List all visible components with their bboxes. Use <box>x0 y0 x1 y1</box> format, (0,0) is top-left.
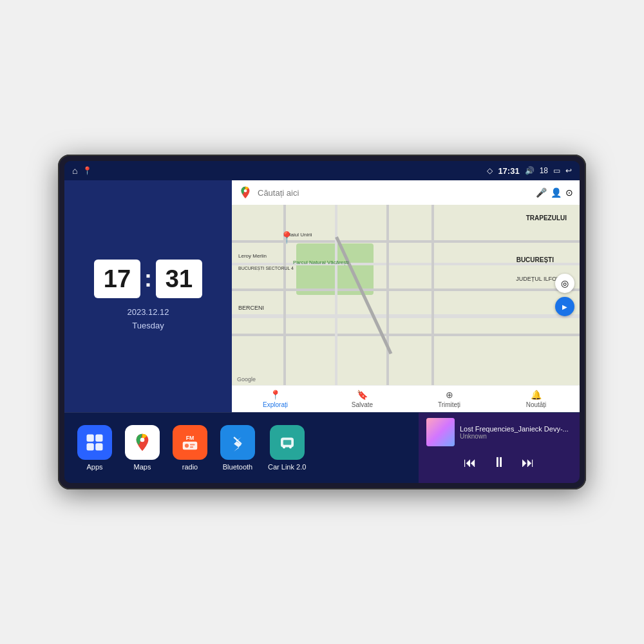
map-tab-news[interactable]: 🔔 Noutăți <box>493 390 580 408</box>
map-background: TRAPEZULUI BUCUREȘTI JUDEȚUL ILFOV BERCE… <box>232 205 580 385</box>
clock-date: 2023.12.12 Tuesday <box>127 306 169 333</box>
bluetooth-label: Bluetooth <box>223 463 252 471</box>
apps-icon-box <box>77 425 112 460</box>
status-left: ⌂ 📍 <box>72 166 92 176</box>
back-icon[interactable]: ↩ <box>565 166 572 175</box>
music-info: Lost Frequencies_Janieck Devy-... Unknow… <box>460 425 572 440</box>
location-icon: ◇ <box>487 166 493 175</box>
volume-level: 18 <box>540 166 548 175</box>
svg-point-0 <box>244 189 247 193</box>
album-art-gradient <box>426 418 455 446</box>
svg-text:FM: FM <box>186 435 194 441</box>
map-search-bar: 🎤 👤 ⊙ <box>232 180 580 205</box>
map-label-trapezului: TRAPEZULUI <box>526 214 567 222</box>
road-v2 <box>335 205 337 385</box>
music-artist: Unknown <box>460 433 572 440</box>
location-btn[interactable]: ◎ <box>555 274 574 293</box>
account-icon[interactable]: 👤 <box>551 187 562 198</box>
map-controls: ◎ ▶ <box>555 274 574 316</box>
app-bluetooth[interactable]: Bluetooth <box>220 425 255 471</box>
svg-rect-8 <box>190 444 195 446</box>
main-content: 17 : 31 2023.12.12 Tuesday <box>64 180 580 483</box>
carlink-icon-box <box>270 425 305 460</box>
svg-rect-2 <box>95 435 102 442</box>
tab-share-label: Trimiteți <box>438 401 460 408</box>
maps-status-icon[interactable]: 📍 <box>82 166 92 175</box>
device-frame: ⌂ 📍 ◇ 17:31 🔊 18 ▭ ↩ 17 : <box>58 155 586 489</box>
status-time: 17:31 <box>498 166 519 176</box>
status-right: ◇ 17:31 🔊 18 ▭ ↩ <box>487 166 572 176</box>
svg-rect-3 <box>87 443 94 450</box>
bluetooth-app-icon <box>229 433 247 451</box>
svg-point-5 <box>140 438 145 442</box>
clock-display: 17 : 31 <box>94 260 202 298</box>
svg-point-14 <box>289 446 292 449</box>
saved-icon: 🔖 <box>357 390 368 400</box>
clock-panel: 17 : 31 2023.12.12 Tuesday <box>64 180 232 412</box>
maps-icon-box <box>125 425 160 460</box>
road-v3 <box>386 205 389 385</box>
prev-button[interactable]: ⏮ <box>464 455 477 470</box>
svg-point-13 <box>283 446 285 449</box>
share-icon: ⊕ <box>446 390 453 400</box>
maps-label: Maps <box>134 463 151 471</box>
map-label-leroy: Leroy Merlin <box>238 253 267 259</box>
layers-icon[interactable]: ⊙ <box>565 187 573 198</box>
map-search-input[interactable] <box>258 188 531 198</box>
google-maps-icon <box>238 185 252 200</box>
map-tab-share[interactable]: ⊕ Trimiteți <box>406 390 493 408</box>
news-icon: 🔔 <box>531 390 542 400</box>
music-panel: Lost Frequencies_Janieck Devy-... Unknow… <box>419 413 580 483</box>
map-tab-saved[interactable]: 🔖 Salvate <box>319 390 406 408</box>
navigate-btn[interactable]: ▶ <box>555 297 574 316</box>
bottom-row: Apps Maps <box>64 412 580 483</box>
music-controls: ⏮ ⏸ ⏭ <box>426 454 572 471</box>
play-pause-button[interactable]: ⏸ <box>492 454 506 471</box>
status-bar: ⌂ 📍 ◇ 17:31 🔊 18 ▭ ↩ <box>64 161 580 180</box>
radio-app-icon: FM <box>180 433 200 452</box>
device-screen: ⌂ 📍 ◇ 17:31 🔊 18 ▭ ↩ 17 : <box>64 161 580 483</box>
map-tab-explore[interactable]: 📍 Explorați <box>232 390 319 408</box>
apps-area: Apps Maps <box>64 413 419 483</box>
volume-icon: 🔊 <box>525 166 535 175</box>
music-track-row: Lost Frequencies_Janieck Devy-... Unknow… <box>426 418 572 446</box>
carlink-app-icon <box>278 433 297 452</box>
next-button[interactable]: ⏭ <box>522 455 535 470</box>
tab-explore-label: Explorați <box>263 401 288 408</box>
map-label-berceni: BERCENI <box>238 305 264 311</box>
apps-label: Apps <box>86 463 102 471</box>
home-icon[interactable]: ⌂ <box>72 166 77 176</box>
app-apps[interactable]: Apps <box>77 425 112 471</box>
bluetooth-icon-box <box>220 425 255 460</box>
map-area[interactable]: TRAPEZULUI BUCUREȘTI JUDEȚUL ILFOV BERCE… <box>232 205 580 385</box>
clock-colon: : <box>144 265 152 292</box>
map-label-parc: Parcul Natural Văcărești <box>293 260 348 265</box>
svg-rect-1 <box>87 435 94 442</box>
explore-icon: 📍 <box>270 390 281 400</box>
map-label-bucuresti: BUCUREȘTI <box>516 256 554 263</box>
radio-icon-box: FM <box>173 425 207 460</box>
svg-rect-12 <box>283 440 291 445</box>
svg-point-7 <box>185 444 189 448</box>
map-panel: 🎤 👤 ⊙ <box>232 180 580 412</box>
music-album-art <box>426 418 455 446</box>
app-maps[interactable]: Maps <box>125 425 160 471</box>
tab-saved-label: Salvate <box>352 401 373 408</box>
clock-minutes: 31 <box>156 260 202 298</box>
mic-icon[interactable]: 🎤 <box>536 187 547 198</box>
map-search-icons: 🎤 👤 ⊙ <box>536 187 573 198</box>
app-carlink[interactable]: Car Link 2.0 <box>268 425 306 471</box>
clock-hours: 17 <box>94 260 140 298</box>
app-radio[interactable]: FM radio <box>173 425 207 471</box>
map-label-ilfov: JUDEȚUL ILFOV <box>516 276 560 282</box>
radio-label: radio <box>182 463 198 471</box>
road-v4 <box>431 205 434 385</box>
carlink-label: Car Link 2.0 <box>268 463 306 471</box>
map-label-sector4: BUCUREȘTI SECTORUL 4 <box>238 266 294 270</box>
map-tabs: 📍 Explorați 🔖 Salvate ⊕ Trimiteți 🔔 <box>232 385 580 412</box>
map-pin: 📍 <box>279 231 294 245</box>
svg-rect-4 <box>95 443 102 450</box>
music-title: Lost Frequencies_Janieck Devy-... <box>460 425 572 433</box>
google-watermark: Google <box>237 376 256 383</box>
battery-icon: ▭ <box>553 166 560 175</box>
